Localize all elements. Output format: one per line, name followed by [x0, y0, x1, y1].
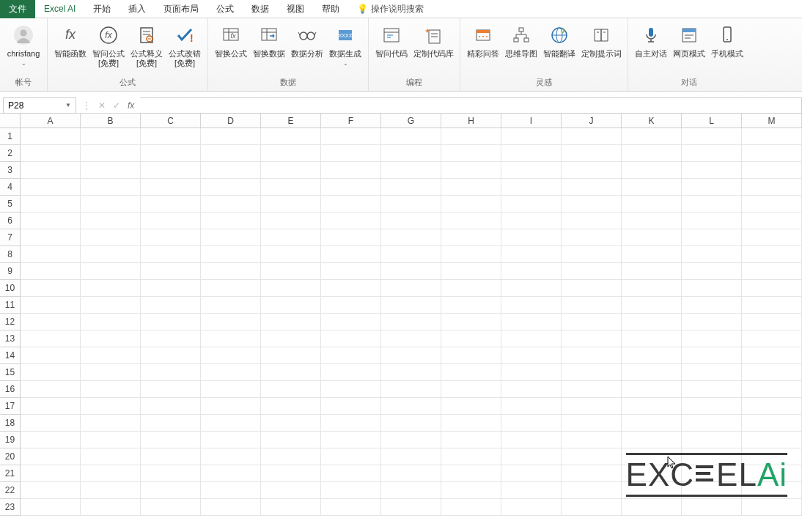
row-header[interactable]: 11 [0, 297, 21, 314]
cell[interactable] [321, 415, 381, 432]
cell[interactable] [201, 415, 261, 432]
cell[interactable] [261, 381, 321, 398]
cell[interactable] [562, 330, 622, 347]
btn-qa[interactable]: 精彩问答 [465, 21, 501, 60]
col-header[interactable]: G [381, 114, 441, 128]
cell[interactable] [321, 364, 381, 381]
tab-formula[interactable]: 公式 [207, 0, 243, 18]
col-header[interactable]: A [21, 114, 81, 128]
col-header[interactable]: L [682, 114, 742, 128]
cell[interactable] [21, 364, 81, 381]
cell[interactable] [81, 179, 141, 196]
spreadsheet-grid[interactable]: ABCDEFGHIJKLM 12345678910111213141516171… [0, 114, 802, 520]
cell[interactable] [321, 128, 381, 145]
cell[interactable] [682, 432, 742, 448]
cell[interactable] [201, 128, 261, 145]
cell[interactable] [21, 145, 81, 162]
cell[interactable] [622, 398, 682, 415]
cell[interactable] [261, 448, 321, 465]
cell[interactable] [622, 432, 682, 448]
cell[interactable] [622, 381, 682, 398]
tab-start[interactable]: 开始 [84, 0, 119, 18]
cell[interactable] [21, 330, 81, 347]
cell[interactable] [21, 448, 81, 465]
cell[interactable] [261, 162, 321, 179]
cell[interactable] [682, 364, 742, 381]
cell[interactable] [381, 229, 441, 246]
cell[interactable] [622, 196, 682, 213]
cell[interactable] [21, 179, 81, 196]
cell[interactable] [141, 196, 201, 213]
row-header[interactable]: 8 [0, 246, 21, 263]
col-header[interactable]: I [501, 114, 562, 128]
cell[interactable] [742, 145, 802, 162]
cell[interactable] [381, 364, 441, 381]
cell[interactable] [381, 196, 441, 213]
cell[interactable] [562, 415, 622, 432]
col-header[interactable]: D [201, 114, 261, 128]
btn-web-mode[interactable]: 网页模式 [671, 21, 707, 60]
tab-view[interactable]: 视图 [278, 0, 313, 18]
cell[interactable] [742, 162, 802, 179]
cell[interactable] [21, 398, 81, 415]
cell[interactable] [21, 314, 81, 330]
cell[interactable] [381, 179, 441, 196]
cell[interactable] [381, 465, 441, 482]
cell[interactable] [501, 432, 562, 448]
cell[interactable] [141, 314, 201, 330]
cell[interactable] [501, 196, 562, 213]
cell[interactable] [562, 432, 622, 448]
row-header[interactable]: 15 [0, 364, 21, 381]
cell[interactable] [501, 263, 562, 280]
cell[interactable] [441, 213, 501, 229]
cell[interactable] [441, 330, 501, 347]
cell[interactable] [261, 246, 321, 263]
cell[interactable] [622, 162, 682, 179]
tab-file[interactable]: 文件 [0, 0, 35, 18]
cell[interactable] [742, 229, 802, 246]
cell[interactable] [81, 330, 141, 347]
cell[interactable] [81, 364, 141, 381]
formula-input[interactable] [140, 97, 802, 114]
cell[interactable] [141, 162, 201, 179]
btn-self-dialog[interactable]: 自主对话 [633, 21, 669, 60]
cell[interactable] [321, 145, 381, 162]
cell[interactable] [21, 246, 81, 263]
cell[interactable] [562, 196, 622, 213]
cell[interactable] [742, 499, 802, 516]
cell[interactable] [321, 398, 381, 415]
cell[interactable] [501, 364, 562, 381]
row-header[interactable]: 7 [0, 229, 21, 246]
cell[interactable] [682, 280, 742, 297]
cell[interactable] [21, 465, 81, 482]
fx-icon[interactable]: fx [128, 100, 134, 111]
cell[interactable] [201, 499, 261, 516]
cell[interactable] [501, 145, 562, 162]
cell[interactable] [441, 499, 501, 516]
cell[interactable] [381, 330, 441, 347]
row-header[interactable]: 14 [0, 347, 21, 364]
cell[interactable] [261, 280, 321, 297]
cell[interactable] [562, 179, 622, 196]
cell[interactable] [562, 128, 622, 145]
cell[interactable] [381, 297, 441, 314]
cancel-icon[interactable]: ✕ [98, 100, 106, 111]
btn-swap-data[interactable]: 智换数据 [251, 21, 287, 70]
cell[interactable] [441, 415, 501, 432]
cell[interactable] [81, 314, 141, 330]
cell[interactable] [81, 213, 141, 229]
tell-me[interactable]: 💡操作说明搜索 [348, 0, 433, 18]
cell[interactable] [562, 162, 622, 179]
cell[interactable] [562, 280, 622, 297]
cell[interactable] [562, 229, 622, 246]
cell[interactable] [261, 263, 321, 280]
cell[interactable] [562, 213, 622, 229]
col-header[interactable]: H [441, 114, 501, 128]
cell[interactable] [622, 145, 682, 162]
tab-data[interactable]: 数据 [243, 0, 278, 18]
cell[interactable] [261, 482, 321, 499]
cell[interactable] [682, 246, 742, 263]
cell[interactable] [441, 297, 501, 314]
cell[interactable] [21, 432, 81, 448]
cell[interactable] [622, 499, 682, 516]
